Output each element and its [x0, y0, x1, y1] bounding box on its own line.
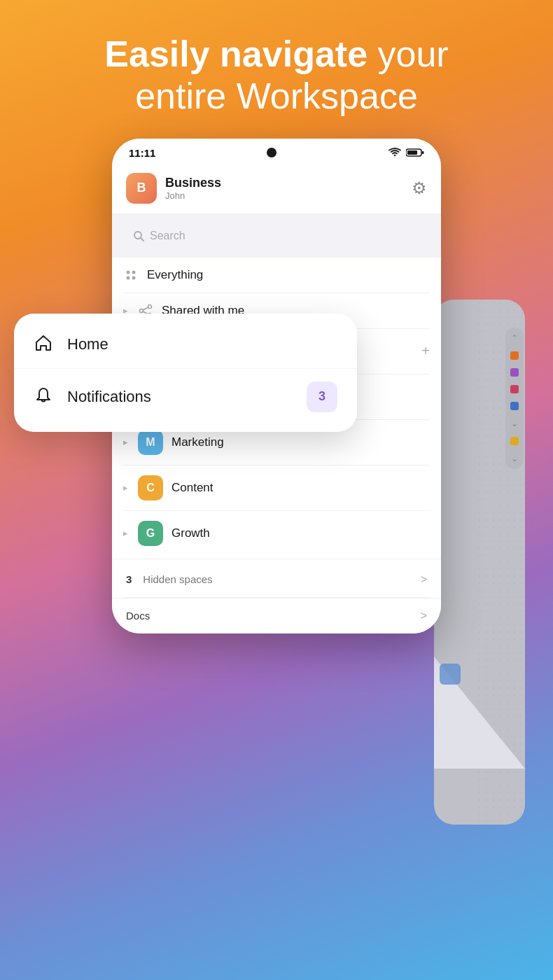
- nav-notifications[interactable]: Notifications 3: [14, 369, 357, 425]
- scroll-up-chevron[interactable]: ⌃: [511, 333, 518, 343]
- floating-nav-card: Home Notifications 3: [14, 314, 357, 432]
- growth-label: Growth: [172, 526, 430, 540]
- scroll-chip-2: [510, 368, 519, 377]
- status-icons: [388, 147, 424, 158]
- notification-badge: 3: [307, 382, 337, 412]
- workspace-user: John: [165, 190, 221, 201]
- development-plus[interactable]: +: [421, 343, 430, 359]
- svg-point-6: [132, 270, 136, 274]
- svg-point-7: [127, 276, 130, 279]
- content-icon: C: [138, 475, 163, 500]
- home-label: Home: [67, 335, 337, 354]
- workspace-name: Business: [165, 176, 221, 190]
- hidden-count: 3: [126, 573, 132, 585]
- svg-rect-1: [407, 150, 417, 155]
- docs-row[interactable]: Docs >: [112, 598, 441, 634]
- growth-icon: G: [138, 521, 163, 546]
- status-time: 11:11: [129, 147, 155, 159]
- marketing-label: Marketing: [172, 435, 430, 449]
- grid-icon: [123, 267, 139, 283]
- svg-point-9: [148, 304, 152, 308]
- scroll-down-chevron[interactable]: ⌄: [511, 419, 518, 428]
- docs-chevron: >: [421, 610, 427, 622]
- list-item-content[interactable]: ▸ C Content: [112, 465, 441, 510]
- settings-icon[interactable]: ⚙: [412, 178, 427, 198]
- content-label: Content: [172, 481, 430, 495]
- bell-icon: [34, 386, 53, 408]
- workspace-info: B Business John: [126, 173, 221, 204]
- battery-icon: [406, 148, 424, 158]
- content-chevron: ▸: [123, 482, 128, 493]
- notifications-label: Notifications: [67, 388, 293, 406]
- wifi-icon: [388, 147, 402, 158]
- workspace-avatar: B: [126, 173, 157, 204]
- hidden-chevron: >: [421, 573, 427, 586]
- hero-section: Easily navigate your entire Workspace: [0, 0, 553, 139]
- hero-line2: entire Workspace: [135, 76, 418, 116]
- camera-dot: [267, 148, 276, 158]
- svg-rect-2: [422, 151, 424, 154]
- scroll-down-chevron-2[interactable]: ⌄: [511, 454, 518, 463]
- scroll-chip-1: [510, 351, 519, 360]
- status-bar: 11:11: [112, 139, 441, 163]
- hidden-spaces-row[interactable]: 3 Hidden spaces >: [112, 562, 441, 597]
- svg-line-12: [144, 307, 148, 310]
- scroll-chip-3: [510, 385, 519, 393]
- svg-point-10: [140, 309, 144, 312]
- svg-point-5: [127, 270, 130, 274]
- home-icon: [34, 333, 53, 356]
- hidden-label: Hidden spaces: [143, 573, 416, 585]
- scroll-chip-4: [510, 402, 519, 410]
- marketing-icon: M: [138, 430, 163, 455]
- svg-point-8: [132, 276, 136, 279]
- hero-line1-normal: your: [368, 34, 449, 74]
- right-scrollbar[interactable]: ⌃ ⌄ ⌄: [505, 328, 524, 469]
- list-item-everything[interactable]: Everything: [112, 258, 441, 293]
- marketing-chevron: ▸: [123, 437, 128, 447]
- search-placeholder: Search: [150, 230, 186, 242]
- list-item-growth[interactable]: ▸ G Growth: [112, 511, 441, 556]
- everything-label: Everything: [147, 268, 430, 282]
- workspace-header: B Business John ⚙: [112, 163, 441, 214]
- search-bar[interactable]: Search: [123, 223, 430, 249]
- nav-home[interactable]: Home: [14, 321, 357, 369]
- svg-line-4: [141, 238, 144, 241]
- growth-chevron: ▸: [123, 528, 128, 538]
- hero-line1-bold: Easily navigate: [104, 34, 368, 74]
- docs-label: Docs: [126, 610, 421, 622]
- scroll-chip-5: [510, 437, 519, 445]
- search-icon: [133, 230, 144, 241]
